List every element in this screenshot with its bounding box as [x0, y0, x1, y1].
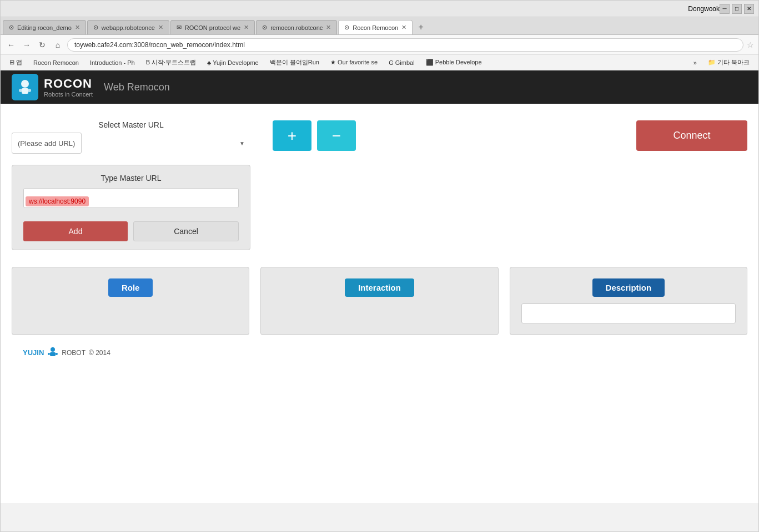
- reload-button[interactable]: ↻: [36, 39, 48, 51]
- tab-label-4: remocon.robotconc: [270, 24, 323, 31]
- url-input-wrapper: ws://localhost:9090: [23, 188, 239, 215]
- address-input[interactable]: [67, 38, 743, 52]
- add-url-button[interactable]: +: [273, 120, 311, 151]
- tab-webapp[interactable]: ⊙ webapp.robotconce ✕: [87, 20, 169, 34]
- forward-button[interactable]: →: [21, 39, 33, 51]
- svg-point-6: [48, 353, 50, 355]
- role-button[interactable]: Role: [108, 278, 153, 297]
- robot-icon: [47, 346, 58, 359]
- svg-point-3: [28, 89, 31, 92]
- home-button[interactable]: ⌂: [52, 39, 64, 51]
- tab-rocon-remocon[interactable]: ⊙ Rocon Remocon ✕: [338, 20, 413, 34]
- footer-brand: YUJIN: [23, 348, 44, 357]
- svg-point-7: [56, 353, 58, 355]
- add-button[interactable]: Add: [23, 221, 128, 241]
- description-input[interactable]: [521, 303, 736, 323]
- bookmark-label-pebble: ⬛ Pebble Develope: [426, 59, 482, 66]
- main-content: Select Master URL (Please add URL) + − C…: [1, 104, 758, 387]
- tab-close-3[interactable]: ✕: [244, 24, 249, 31]
- connect-area: Connect: [636, 120, 747, 151]
- bookmark-star[interactable]: ☆: [747, 40, 754, 49]
- tab-icon-1: ⊙: [9, 24, 14, 31]
- bookmarks-bar: ⊞ 앱 Rocon Remocon Introduction - Ph B 시작…: [1, 55, 758, 70]
- bookmark-label-intro: Introduction - Ph: [90, 59, 135, 66]
- window-controls: ─ □ ✕: [720, 4, 754, 14]
- svg-rect-1: [22, 88, 28, 94]
- bookmark-etc[interactable]: 📁 기타 북마크: [703, 57, 754, 69]
- connect-button[interactable]: Connect: [636, 120, 747, 151]
- tab-label-3: ROCON protocol we: [185, 24, 240, 31]
- bookmark-more[interactable]: »: [689, 57, 701, 69]
- bookmark-yujin[interactable]: ♣ Yujin Developme: [203, 57, 263, 69]
- top-section: Select Master URL (Please add URL) + − C…: [12, 120, 747, 154]
- footer-robot-label: ROBOT: [62, 349, 86, 357]
- tab-icon-5: ⊙: [344, 24, 349, 31]
- app-content: ROCON Robots in Concert Web Remocon Sele…: [1, 70, 758, 503]
- svg-point-0: [21, 80, 29, 88]
- app-navbar: ROCON Robots in Concert Web Remocon: [1, 70, 758, 104]
- tab-icon-3: ✉: [177, 24, 182, 31]
- footer-copyright: © 2014: [89, 349, 110, 357]
- maximize-button[interactable]: □: [732, 4, 742, 14]
- add-remove-buttons: + −: [273, 120, 356, 151]
- description-panel: Description: [510, 267, 747, 335]
- master-url-select[interactable]: (Please add URL): [12, 133, 82, 154]
- tab-close-5[interactable]: ✕: [401, 24, 406, 31]
- app-logo-sub: Robots in Concert: [44, 91, 93, 98]
- bottom-panels: Role Interaction Description: [12, 267, 747, 335]
- bookmark-rocon-remocon[interactable]: Rocon Remocon: [29, 57, 83, 69]
- bookmark-apps[interactable]: ⊞ 앱: [5, 57, 27, 69]
- bookmark-label-gimbal: G Gimbal: [389, 59, 414, 66]
- tab-label-2: webapp.robotconce: [102, 24, 155, 31]
- bookmark-label-bakmun: 백문이 불여일Run: [270, 58, 319, 67]
- tab-close-2[interactable]: ✕: [158, 24, 163, 31]
- tab-editing-rocon[interactable]: ⊙ Editing rocon_demo ✕: [3, 20, 86, 34]
- minimize-button[interactable]: ─: [720, 4, 730, 14]
- svg-rect-5: [50, 352, 56, 356]
- interaction-panel: Interaction: [260, 267, 498, 335]
- svg-point-2: [19, 89, 22, 92]
- title-bar: Dongwook ─ □ ✕: [1, 1, 758, 17]
- bookmark-gimbal[interactable]: G Gimbal: [384, 57, 419, 69]
- tab-rocon-protocol[interactable]: ✉ ROCON protocol we ✕: [170, 20, 255, 34]
- app-logo-text: ROCON: [44, 77, 93, 91]
- master-url-area: Select Master URL (Please add URL): [12, 120, 250, 154]
- app-nav-title: Web Remocon: [104, 82, 170, 93]
- tab-label-1: Editing rocon_demo: [17, 24, 72, 31]
- svg-point-4: [51, 347, 55, 352]
- url-input-field[interactable]: [23, 188, 239, 208]
- logo-area: ROCON Robots in Concert: [12, 74, 93, 100]
- tab-label-5: Rocon Remocon: [353, 24, 398, 31]
- bookmark-label-apps: 앱: [16, 58, 22, 67]
- tab-icon-2: ⊙: [93, 24, 98, 31]
- url-action-buttons: Add Cancel: [23, 221, 239, 241]
- bookmark-introduction[interactable]: Introduction - Ph: [86, 57, 139, 69]
- bookmark-label-etc: 📁 기타 북마크: [708, 58, 750, 67]
- select-master-url-label: Select Master URL: [12, 120, 250, 129]
- cancel-button[interactable]: Cancel: [133, 221, 239, 241]
- tab-remocon-robotconc[interactable]: ⊙ remocon.robotconc ✕: [256, 20, 337, 34]
- logo-icon: [12, 74, 38, 100]
- tab-bar: ⊙ Editing rocon_demo ✕ ⊙ webapp.robotcon…: [1, 17, 758, 35]
- bookmark-label-more: »: [693, 59, 697, 66]
- tab-close-4[interactable]: ✕: [326, 24, 331, 31]
- new-tab-button[interactable]: +: [414, 20, 428, 34]
- bookmark-label-bootstrap: B 시작·부트스트랩: [146, 58, 196, 67]
- description-button[interactable]: Description: [592, 278, 665, 297]
- bookmark-bakmun[interactable]: 백문이 불여일Run: [265, 57, 324, 69]
- bookmark-label-rocon: Rocon Remocon: [33, 59, 79, 66]
- address-bar: ← → ↻ ⌂ ☆: [1, 35, 758, 55]
- bookmark-favorite[interactable]: ★ Our favorite se: [326, 57, 382, 69]
- interaction-button[interactable]: Interaction: [345, 278, 414, 297]
- back-button[interactable]: ←: [5, 39, 17, 51]
- remove-url-button[interactable]: −: [317, 120, 356, 151]
- select-wrapper: (Please add URL): [12, 133, 250, 154]
- bookmark-pebble[interactable]: ⬛ Pebble Develope: [421, 57, 486, 69]
- bookmark-bootstrap[interactable]: B 시작·부트스트랩: [142, 57, 200, 69]
- bookmark-label-yujin: ♣ Yujin Developme: [207, 59, 259, 66]
- role-panel: Role: [12, 267, 249, 335]
- close-button[interactable]: ✕: [744, 4, 754, 14]
- tab-close-1[interactable]: ✕: [75, 24, 80, 31]
- type-master-url-box: Type Master URL ws://localhost:9090 Add …: [12, 165, 250, 250]
- apps-icon: ⊞: [9, 59, 14, 66]
